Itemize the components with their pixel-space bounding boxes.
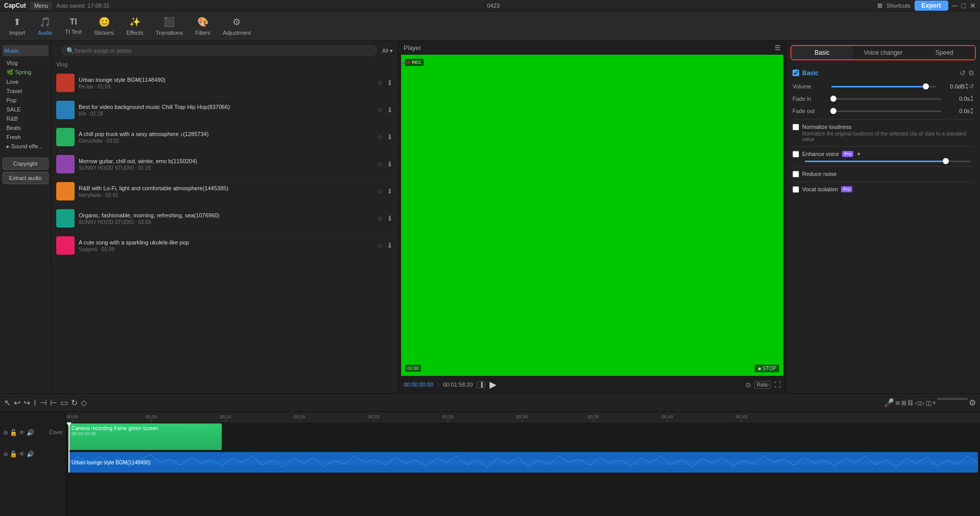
settings-button[interactable]: ⚙ bbox=[969, 398, 976, 408]
search-bar[interactable]: 🔍 bbox=[61, 45, 377, 56]
maximize-button[interactable]: □ bbox=[962, 2, 966, 10]
music-item-6[interactable]: Organic, fashionable, morning, refreshin… bbox=[51, 205, 398, 232]
shortcuts-button[interactable]: Shortcuts bbox=[886, 3, 910, 9]
screenshot-button[interactable]: ⊙ bbox=[745, 381, 751, 389]
left-cat-travel[interactable]: Travel bbox=[3, 86, 49, 96]
enhance-voice-checkbox[interactable] bbox=[792, 151, 799, 158]
all-filter-button[interactable]: All ▾ bbox=[382, 48, 393, 54]
music-star-2[interactable]: ☆ bbox=[377, 106, 384, 114]
volume-slider[interactable] bbox=[831, 86, 936, 87]
volume-down[interactable]: ▼ bbox=[965, 86, 969, 91]
music-item-5[interactable]: R&B with Lo-Fi, light and comfortable at… bbox=[51, 178, 398, 205]
fade-in-down[interactable]: ▼ bbox=[970, 99, 974, 103]
audio-lock-button[interactable]: 🔓 bbox=[10, 451, 17, 458]
audio-add-button[interactable]: ⊕ bbox=[3, 451, 8, 458]
left-cat-sound[interactable]: ▸ Sound effe... bbox=[3, 142, 49, 151]
rotate-button[interactable]: ↻ bbox=[71, 398, 78, 408]
menu-button[interactable]: Menu bbox=[30, 2, 53, 10]
trim-right[interactable]: ⊢ bbox=[50, 398, 57, 408]
unlink-button[interactable]: ⛓ bbox=[907, 398, 914, 408]
tab-speed[interactable]: Speed bbox=[914, 46, 975, 59]
normalize-checkbox[interactable] bbox=[792, 124, 799, 130]
music-item-2[interactable]: Best for video background music Chill Tr… bbox=[51, 97, 398, 124]
video-speaker-button[interactable]: 🔊 bbox=[27, 429, 34, 436]
merge-button[interactable]: ⊞ bbox=[901, 398, 906, 408]
zoom-in[interactable]: + bbox=[932, 398, 936, 408]
redo-button[interactable]: ↪ bbox=[24, 398, 30, 408]
fade-out-down[interactable]: ▼ bbox=[970, 111, 974, 115]
left-cat-spring[interactable]: 🌿 Spring bbox=[3, 68, 49, 77]
delete-button[interactable]: ▭ bbox=[60, 398, 68, 408]
fade-in-thumb[interactable] bbox=[830, 96, 836, 102]
enhance-thumb[interactable] bbox=[943, 158, 949, 164]
align-left[interactable]: ◁ bbox=[915, 398, 919, 408]
left-cat-pop[interactable]: Pop bbox=[3, 96, 49, 105]
volume-reset[interactable]: ↺ bbox=[969, 83, 974, 90]
music-star-1[interactable]: ☆ bbox=[377, 79, 384, 87]
mic-button[interactable]: 🎤 bbox=[884, 398, 894, 408]
music-star-4[interactable]: ☆ bbox=[377, 160, 384, 168]
basic-checkbox[interactable] bbox=[792, 70, 799, 76]
extract-audio-button[interactable]: Extract audio bbox=[3, 172, 49, 184]
music-item-4[interactable]: Merrow guitar, chill out, winter, emo b(… bbox=[51, 151, 398, 178]
left-cat-beats[interactable]: Beats bbox=[3, 123, 49, 132]
music-item-1[interactable]: Urban lounge style BGM(1148490) Re-lax ·… bbox=[51, 70, 398, 97]
clip-marker-button[interactable]: ▐ bbox=[477, 381, 485, 388]
player-settings-button[interactable]: ☰ bbox=[775, 44, 781, 52]
tool-effects[interactable]: ✨ Effects bbox=[121, 14, 148, 38]
video-lock-button[interactable]: 🔓 bbox=[10, 429, 17, 436]
copyright-button[interactable]: Copyright bbox=[3, 158, 49, 170]
audio-track-button[interactable]: ≋ bbox=[895, 398, 900, 408]
copy-icon[interactable]: ⧉ bbox=[969, 69, 974, 77]
close-button[interactable]: ✕ bbox=[970, 2, 976, 10]
music-download-2[interactable]: ⬇ bbox=[387, 106, 393, 114]
music-star-7[interactable]: ☆ bbox=[377, 241, 384, 250]
play-button[interactable]: ▶ bbox=[489, 379, 497, 390]
tab-basic[interactable]: Basic bbox=[791, 46, 853, 59]
music-star-6[interactable]: ☆ bbox=[377, 214, 384, 222]
reset-icon[interactable]: ↺ bbox=[960, 69, 966, 77]
select-tool[interactable]: ↖ bbox=[4, 398, 11, 408]
tool-transitions[interactable]: ⬛ Transitions bbox=[151, 14, 188, 38]
music-item-3[interactable]: A chill pop truck with a sexy atmosphere… bbox=[51, 124, 398, 151]
music-download-1[interactable]: ⬇ bbox=[387, 79, 393, 87]
left-music[interactable]: Music bbox=[3, 45, 49, 56]
minimize-button[interactable]: ─ bbox=[952, 2, 958, 10]
audio-clip[interactable]: // Generate waveform bars in SVG - this … bbox=[68, 452, 978, 473]
tool-audio[interactable]: 🎵 Audio bbox=[32, 14, 58, 38]
split-button[interactable]: ⌇ bbox=[33, 399, 37, 407]
tool-filters[interactable]: 🎨 Filters bbox=[190, 14, 216, 38]
tool-text[interactable]: TI TI Text bbox=[60, 15, 87, 37]
align-right[interactable]: ▷ bbox=[920, 398, 925, 408]
music-download-7[interactable]: ⬇ bbox=[387, 241, 393, 250]
zoom-slider[interactable] bbox=[937, 398, 968, 400]
music-star-3[interactable]: ☆ bbox=[377, 133, 384, 141]
ratio-button[interactable]: Ratio bbox=[754, 381, 771, 389]
enhance-slider[interactable] bbox=[805, 161, 971, 162]
music-item-7[interactable]: A cute song with a sparkling ukulele-lik… bbox=[51, 232, 398, 259]
left-cat-fresh[interactable]: Fresh bbox=[3, 132, 49, 142]
volume-slider-thumb[interactable] bbox=[923, 83, 929, 89]
add-media-icon[interactable]: + bbox=[401, 55, 409, 71]
tool-adjustment[interactable]: ⚙ Adjustment bbox=[218, 14, 256, 38]
left-cat-love[interactable]: Love bbox=[3, 77, 49, 86]
export-button[interactable]: Export bbox=[915, 1, 948, 11]
tab-voice-changer[interactable]: Voice changer bbox=[853, 46, 914, 59]
keyframe-button[interactable]: ◇ bbox=[81, 398, 87, 408]
music-download-3[interactable]: ⬇ bbox=[387, 133, 393, 141]
video-clip[interactable]: Camera recording frame green screen 00:0… bbox=[68, 423, 222, 450]
music-download-4[interactable]: ⬇ bbox=[387, 160, 393, 168]
tool-import[interactable]: ⬆ Import bbox=[4, 14, 30, 38]
playhead[interactable] bbox=[68, 422, 69, 473]
fade-out-slider[interactable] bbox=[831, 110, 941, 112]
video-add-button[interactable]: ⊕ bbox=[3, 429, 8, 436]
music-download-5[interactable]: ⬇ bbox=[387, 187, 393, 195]
bookmark[interactable]: ◫ bbox=[926, 398, 931, 408]
left-cat-rnb[interactable]: R&B bbox=[3, 114, 49, 123]
audio-eye-button[interactable]: 👁 bbox=[19, 451, 25, 458]
music-star-5[interactable]: ☆ bbox=[377, 187, 384, 195]
undo-button[interactable]: ↩ bbox=[14, 398, 20, 408]
reduce-noise-checkbox[interactable] bbox=[792, 171, 799, 177]
tool-stickers[interactable]: 😊 Stickers bbox=[89, 14, 119, 38]
fade-in-slider[interactable] bbox=[831, 98, 941, 100]
